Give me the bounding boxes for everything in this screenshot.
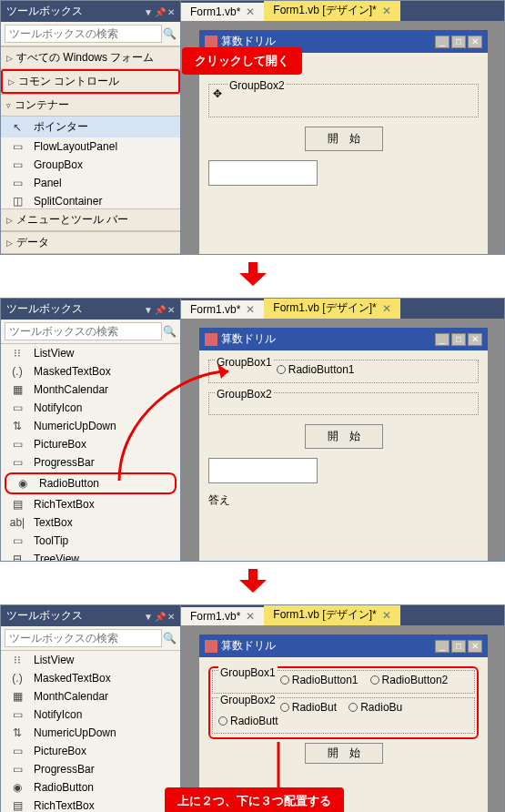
category-windows-forms[interactable]: ▷すべての Windows フォーム [1,46,180,69]
radiobutton1[interactable]: RadioButton1 [277,363,355,376]
maximize-icon[interactable]: □ [451,640,466,653]
designer-surface[interactable]: Form1.vb*✕ Form1.vb [デザイン]*✕ 算数ドリル _□✕ G… [181,299,504,561]
item-richtextbox[interactable]: ▤RichTextBox [1,797,180,812]
groupbox1[interactable]: GroupBox1 RadioButton1 RadioButton2 [212,670,475,694]
item-progressbar[interactable]: ▭ProgressBar [1,760,180,778]
item-progressbar[interactable]: ▭ProgressBar [1,453,180,472]
item-richtextbox[interactable]: ▤RichTextBox [1,495,180,513]
pin-icon[interactable]: 📌 [155,612,166,622]
item-notifyicon[interactable]: ▭NotifyIcon [1,705,180,724]
close-tab-icon[interactable]: ✕ [382,302,391,315]
maximize-icon[interactable]: □ [451,333,466,346]
close-icon[interactable]: ✕ [468,333,482,346]
item-flowlayoutpanel[interactable]: ▭FlowLayoutPanel [1,137,180,156]
toolbox: ツールボックス ▼📌✕ 🔍 ⁝⁝ListView (.)MaskedTextBo… [1,605,181,812]
minimize-icon[interactable]: _ [435,640,449,653]
dropdown-icon[interactable]: ▼ [144,7,153,17]
radiobutton-b[interactable]: RadioBu [348,701,402,714]
category-menu[interactable]: ▷メニューとツール バー [1,208,180,231]
close-icon[interactable]: ✕ [167,305,175,315]
item-listview[interactable]: ⁝⁝ListView [1,651,180,669]
item-radiobutton[interactable]: ◉RadioButton [5,472,177,494]
item-picturebox[interactable]: ▭PictureBox [1,435,180,453]
toolbox-items: ⁝⁝ListView (.)MaskedTextBox ▦MonthCalend… [1,651,180,812]
close-icon[interactable]: ✕ [167,7,175,17]
item-panel[interactable]: ▭Panel [1,174,180,192]
tab-design[interactable]: Form1.vb [デザイン]*✕ [264,0,399,21]
radiobutton-a[interactable]: RadioBut [280,701,337,714]
groupbox2[interactable]: GroupBox2 RadioBut RadioBu RadioButt [212,697,475,734]
category-data[interactable]: ▷データ [1,231,180,254]
move-icon[interactable]: ✥ [213,87,222,100]
item-groupbox[interactable]: ▭GroupBox [1,156,180,174]
tab-design[interactable]: Form1.vb [デザイン]*✕ [264,298,399,319]
search-icon[interactable]: 🔍 [162,325,177,338]
close-tab-icon[interactable]: ✕ [382,609,391,622]
search-input[interactable] [5,25,162,43]
dropdown-icon[interactable]: ▼ [144,612,153,622]
tab-code[interactable]: Form1.vb*✕ [181,300,264,319]
tab-design[interactable]: Form1.vb [デザイン]*✕ [264,604,399,625]
start-button[interactable]: 開 始 [305,424,383,449]
category-common-controls[interactable]: ▷コモン コントロール [1,69,180,94]
close-tab-icon[interactable]: ✕ [246,610,255,623]
item-pointer[interactable]: ↖ポインター [1,117,180,137]
item-radiobutton[interactable]: ◉RadioButton [1,778,180,797]
close-tab-icon[interactable]: ✕ [246,5,255,18]
form-window[interactable]: 算数ドリル _□✕ GroupBox1 RadioButton1 RadioBu… [199,634,488,812]
item-maskedtextbox[interactable]: (.)MaskedTextBox [1,362,180,381]
close-icon[interactable]: ✕ [468,640,482,653]
pin-icon[interactable]: 📌 [155,305,166,315]
close-icon[interactable]: ✕ [468,36,482,48]
tab-code[interactable]: Form1.vb*✕ [181,3,264,21]
close-tab-icon[interactable]: ✕ [382,5,391,17]
form-titlebar[interactable]: 算数ドリル _□✕ [199,328,488,350]
groupbox2[interactable]: ✥ GroupBox2 [208,84,479,117]
groupbox2[interactable]: GroupBox2 [208,392,479,415]
form-titlebar[interactable]: 算数ドリル _□✕ [199,634,488,657]
maximize-icon[interactable]: □ [451,36,466,48]
item-numericupdown[interactable]: ⇅NumericUpDown [1,724,180,742]
item-listview[interactable]: ⁝⁝ListView [1,344,180,362]
start-button[interactable]: 開 始 [305,127,383,151]
form-body[interactable]: GroupBox1 RadioButton1 RadioButton2 Grou… [199,657,488,782]
form-window[interactable]: 算数ドリル _□✕ GroupBox1 RadioButton1 GroupBo… [199,328,488,562]
radiobutton1[interactable]: RadioButton1 [280,674,359,686]
groupbox1[interactable]: GroupBox1 RadioButton1 [208,360,479,383]
designer-surface[interactable]: Form1.vb*✕ Form1.vb [デザイン]*✕ 算数ドリル _□✕ ✥… [181,1,504,254]
close-tab-icon[interactable]: ✕ [246,303,255,316]
dropdown-icon[interactable]: ▼ [144,305,153,315]
toolbox-title: ツールボックス ▼📌✕ [1,605,180,626]
radiobutton-c[interactable]: RadioButt [218,715,278,727]
textbox[interactable] [208,458,318,483]
close-icon[interactable]: ✕ [167,612,175,622]
item-notifyicon[interactable]: ▭NotifyIcon [1,399,180,417]
search-icon[interactable]: 🔍 [162,27,177,40]
minimize-icon[interactable]: _ [435,333,449,346]
designer-surface[interactable]: Form1.vb*✕ Form1.vb [デザイン]*✕ 算数ドリル _□✕ G… [181,605,504,812]
search-input[interactable] [5,322,162,340]
form-title: 算数ドリル [221,35,276,47]
item-monthcalendar[interactable]: ▦MonthCalendar [1,381,180,399]
radiobutton2[interactable]: RadioButton2 [370,674,449,686]
start-button[interactable]: 開 始 [305,743,383,764]
pin-icon[interactable]: 📌 [155,7,166,17]
search-input[interactable] [5,629,162,647]
item-treeview[interactable]: ⊟TreeView [1,550,180,561]
item-splitcontainer[interactable]: ◫SplitContainer [1,192,180,208]
search-icon[interactable]: 🔍 [162,632,177,645]
form-icon [205,640,217,653]
item-maskedtextbox[interactable]: (.)MaskedTextBox [1,669,180,687]
form-body[interactable]: GroupBox1 RadioButton1 GroupBox2 開 始 答え [199,350,488,517]
item-textbox[interactable]: ab|TextBox [1,513,180,532]
item-tooltip[interactable]: ▭ToolTip [1,532,180,550]
item-picturebox[interactable]: ▭PictureBox [1,742,180,760]
item-monthcalendar[interactable]: ▦MonthCalendar [1,687,180,705]
item-numericupdown[interactable]: ⇅NumericUpDown [1,417,180,435]
category-containers[interactable]: ▿コンテナー [1,94,180,117]
textbox[interactable] [208,160,318,186]
tab-code[interactable]: Form1.vb*✕ [181,607,264,625]
toolbox-items: ↖ポインター ▭FlowLayoutPanel ▭GroupBox ▭Panel… [1,117,180,208]
maskedtextbox-icon: (.) [10,365,25,378]
minimize-icon[interactable]: _ [435,36,449,48]
